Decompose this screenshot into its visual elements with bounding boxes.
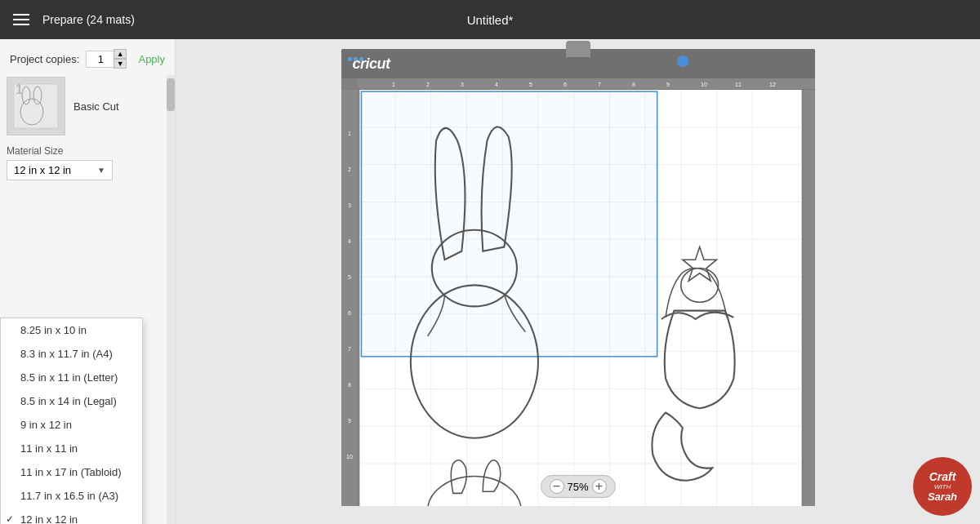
svg-text:3: 3 [461, 82, 464, 87]
svg-text:9: 9 [666, 82, 670, 87]
svg-text:4: 4 [495, 82, 498, 87]
header-title: Untitled* [467, 13, 514, 27]
svg-text:12: 12 [769, 82, 776, 87]
material-size-select[interactable]: 12 in x 12 in ▼ [7, 160, 113, 180]
svg-text:5: 5 [348, 274, 351, 280]
zoom-out-button[interactable]: − [549, 479, 564, 494]
mat-thumb-svg-1: 1 [7, 78, 65, 135]
ruler-right [804, 90, 815, 506]
mat-hanger [566, 41, 590, 57]
mat-thumb-inner-1: 1 [7, 78, 65, 135]
svg-text:5: 5 [529, 82, 532, 87]
dropdown-item-6[interactable]: 11 in x 17 in (Tabloid) [1, 460, 142, 484]
mat-item-1[interactable]: 1 Basic Cut [7, 77, 158, 135]
svg-text:1: 1 [348, 131, 351, 136]
ruler-top-svg: 1 2 3 4 5 6 7 8 9 10 11 12 [358, 78, 815, 90]
svg-text:2: 2 [348, 167, 351, 172]
svg-text:4: 4 [348, 238, 351, 244]
cricut-mat-wrapper: cricut 1 [341, 49, 815, 506]
copies-down-arrow[interactable]: ▼ [114, 59, 127, 69]
svg-text:6: 6 [348, 310, 351, 316]
header-prepare-label: Prepare (24 mats) [42, 13, 135, 26]
mat-dot-1 [348, 57, 352, 61]
zoom-value: 75% [567, 481, 588, 493]
svg-text:9: 9 [348, 418, 351, 424]
copies-up-arrow[interactable]: ▲ [114, 49, 127, 59]
apply-button[interactable]: Apply [138, 53, 165, 65]
mat-grid-container: 1 2 3 4 5 6 7 8 9 10 11 12 [341, 78, 815, 506]
svg-text:7: 7 [348, 346, 351, 352]
selection-indicator [677, 56, 688, 67]
svg-text:1: 1 [16, 82, 23, 96]
project-copies-label: Project copies: [10, 53, 79, 65]
project-copies-row: Project copies: ▲ ▼ Apply [0, 39, 175, 69]
menu-icon[interactable] [13, 14, 29, 25]
left-panel: Project copies: ▲ ▼ Apply [0, 39, 176, 524]
svg-text:11: 11 [735, 82, 742, 87]
dropdown-item-3[interactable]: 8.5 in x 14 in (Legal) [1, 389, 142, 413]
mat-grid-svg [358, 90, 804, 506]
mat-label-1: Basic Cut [74, 100, 119, 113]
mat-dot-3 [359, 57, 363, 61]
dropdown-item-7[interactable]: 11.7 in x 16.5 in (A3) [1, 484, 142, 508]
sarah-text: Sarah [928, 491, 957, 503]
svg-text:6: 6 [564, 82, 567, 87]
svg-rect-53 [361, 91, 657, 357]
svg-text:3: 3 [348, 202, 351, 208]
svg-text:8: 8 [632, 82, 635, 87]
material-size-section: Material Size 12 in x 12 in ▼ [7, 142, 158, 185]
svg-text:8: 8 [348, 382, 351, 388]
ruler-top: 1 2 3 4 5 6 7 8 9 10 11 12 [358, 78, 815, 90]
dropdown-item-1[interactable]: 8.3 in x 11.7 in (A4) [1, 342, 142, 366]
material-size-label: Material Size [7, 145, 158, 157]
zoom-in-button[interactable]: + [592, 479, 607, 494]
with-text: WITH [934, 483, 951, 491]
dropdown-arrow-icon: ▼ [97, 166, 105, 175]
main-canvas: cricut 1 [176, 39, 980, 524]
svg-text:2: 2 [426, 82, 430, 87]
svg-text:10: 10 [346, 454, 353, 460]
dropdown-item-8[interactable]: 12 in x 12 in [1, 508, 142, 524]
header: Prepare (24 mats) Untitled* [0, 0, 980, 39]
mat-thumbnail-1: 1 [7, 77, 65, 135]
material-size-value: 12 in x 12 in [14, 164, 71, 176]
material-size-dropdown: 8.25 in x 10 in 8.3 in x 11.7 in (A4) 8.… [0, 318, 143, 524]
svg-text:7: 7 [598, 82, 601, 87]
mat-dot-2 [354, 57, 358, 61]
svg-text:1: 1 [392, 82, 395, 87]
ruler-left: 1 2 3 4 5 6 7 8 9 10 [341, 90, 358, 506]
zoom-control: − 75% + [540, 475, 615, 498]
craft-badge: Craft WITH Sarah [913, 457, 972, 516]
dropdown-item-0[interactable]: 8.25 in x 10 in [1, 318, 142, 342]
craft-text: Craft [929, 470, 956, 483]
svg-text:10: 10 [701, 82, 707, 87]
cricut-mat: cricut 1 [341, 49, 815, 506]
ruler-left-svg: 1 2 3 4 5 6 7 8 9 10 [341, 90, 358, 506]
copies-arrows: ▲ ▼ [114, 49, 127, 69]
dropdown-item-2[interactable]: 8.5 in x 11 in (Letter) [1, 366, 142, 389]
mat-dots [348, 57, 363, 61]
copies-input[interactable] [86, 51, 115, 68]
dropdown-item-4[interactable]: 9 in x 12 in [1, 413, 142, 437]
dropdown-item-5[interactable]: 11 in x 11 in [1, 437, 142, 460]
